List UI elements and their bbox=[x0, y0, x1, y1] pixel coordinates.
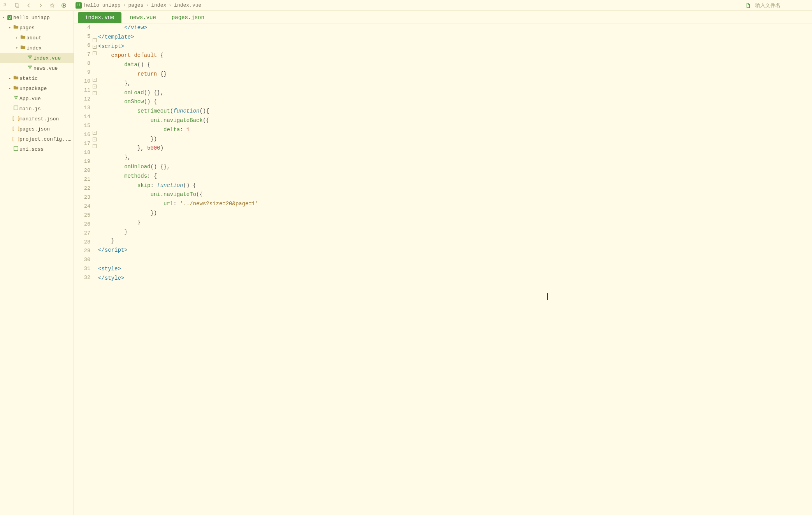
chevron-icon[interactable]: ▾ bbox=[14, 46, 19, 50]
tree-label: unpackage bbox=[19, 86, 47, 92]
tree-label: pages.json bbox=[19, 126, 50, 132]
fold-toggle bbox=[93, 103, 98, 109]
breadcrumb-item[interactable]: hello uniapp bbox=[84, 2, 121, 8]
tree-label: hello uniapp bbox=[13, 15, 50, 21]
tree-label: manifest.json bbox=[19, 116, 59, 122]
fold-toggle bbox=[93, 109, 98, 116]
chevron-right-icon: › bbox=[146, 2, 149, 8]
tree-label: App.vue bbox=[19, 96, 41, 102]
search-input[interactable] bbox=[755, 2, 810, 8]
tree-file[interactable]: uni.scss bbox=[0, 144, 74, 154]
fold-toggle bbox=[93, 202, 98, 209]
project-icon: U bbox=[76, 2, 82, 9]
nav-forward-icon[interactable] bbox=[37, 2, 44, 9]
fold-toggle[interactable]: − bbox=[93, 129, 98, 136]
toolbar: U hello uniapp › pages › index › index.v… bbox=[0, 0, 812, 11]
tree-folder[interactable]: ▸about bbox=[0, 33, 74, 43]
tree-folder[interactable]: ▸unpackage bbox=[0, 83, 74, 93]
chevron-icon[interactable]: ▸ bbox=[14, 35, 19, 40]
divider bbox=[741, 2, 741, 9]
editor-tab[interactable]: pages.json bbox=[165, 12, 211, 23]
chevron-icon[interactable]: ▾ bbox=[1, 15, 6, 20]
fold-toggle bbox=[93, 182, 98, 189]
tree-folder[interactable]: ▾index bbox=[0, 43, 74, 53]
editor-tab[interactable]: news.vue bbox=[123, 12, 163, 23]
breadcrumb: U hello uniapp › pages › index › index.v… bbox=[76, 2, 201, 9]
fold-toggle bbox=[93, 162, 98, 169]
chevron-right-icon: › bbox=[169, 2, 172, 8]
fold-toggle bbox=[93, 176, 98, 182]
fold-toggle bbox=[93, 116, 98, 123]
tree-file[interactable]: App.vue bbox=[0, 93, 74, 104]
new-file-action-icon[interactable] bbox=[745, 2, 751, 9]
file-type-icon: [ ] bbox=[12, 126, 19, 132]
file-type-icon bbox=[12, 24, 19, 31]
tree-label: news.vue bbox=[33, 65, 58, 71]
fold-toggle[interactable]: − bbox=[93, 83, 98, 90]
tree-label: about bbox=[26, 35, 42, 41]
fold-toggle bbox=[93, 169, 98, 176]
tree-label: pages bbox=[19, 25, 35, 31]
run-icon[interactable] bbox=[61, 2, 67, 9]
fold-toggle[interactable]: − bbox=[93, 50, 98, 56]
file-tree[interactable]: ▾Uhello uniapp▾pages▸about▾indexindex.vu… bbox=[0, 11, 74, 515]
tree-file[interactable]: news.vue bbox=[0, 63, 74, 73]
fold-toggle bbox=[93, 189, 98, 196]
tree-folder[interactable]: ▸static bbox=[0, 73, 74, 83]
chevron-icon[interactable]: ▸ bbox=[7, 76, 12, 81]
tree-label: project.config.... bbox=[19, 136, 74, 142]
editor-tab[interactable]: index.vue bbox=[78, 12, 121, 23]
fold-toggle bbox=[93, 23, 98, 30]
file-type-icon bbox=[12, 95, 19, 102]
chevron-icon[interactable]: ▾ bbox=[7, 25, 12, 30]
new-file-icon[interactable] bbox=[14, 2, 20, 9]
tree-label: uni.scss bbox=[19, 146, 44, 152]
file-type-icon bbox=[12, 146, 19, 153]
file-type-icon bbox=[12, 105, 19, 112]
fold-column[interactable]: −−−−−−−−− bbox=[93, 23, 98, 515]
code-editor[interactable]: 4567891011121314151617181920212223242526… bbox=[74, 23, 812, 515]
chevron-right-icon: › bbox=[123, 2, 126, 8]
svg-rect-3 bbox=[14, 146, 18, 151]
text-cursor bbox=[547, 293, 548, 300]
fold-toggle bbox=[93, 96, 98, 103]
file-type-icon bbox=[12, 85, 19, 92]
breadcrumb-item[interactable]: index.vue bbox=[174, 2, 201, 8]
tree-label: index.vue bbox=[33, 55, 61, 61]
fold-toggle[interactable]: − bbox=[93, 76, 98, 83]
tree-folder[interactable]: ▾pages bbox=[0, 23, 74, 33]
tree-file[interactable]: [ ]pages.json bbox=[0, 124, 74, 134]
nav-back-icon[interactable] bbox=[26, 2, 32, 9]
breadcrumb-item[interactable]: pages bbox=[128, 2, 143, 8]
fold-toggle bbox=[93, 30, 98, 37]
fold-toggle[interactable]: − bbox=[93, 37, 98, 43]
tree-label: main.js bbox=[19, 106, 41, 112]
tree-label: static bbox=[19, 76, 38, 81]
fold-toggle[interactable]: − bbox=[93, 143, 98, 149]
breadcrumb-item[interactable]: index bbox=[151, 2, 166, 8]
fold-toggle[interactable]: − bbox=[93, 90, 98, 96]
fold-toggle bbox=[93, 70, 98, 76]
fold-toggle[interactable]: − bbox=[93, 136, 98, 143]
file-type-icon bbox=[26, 65, 33, 72]
tree-file[interactable]: [ ]project.config.... bbox=[0, 134, 74, 144]
fold-toggle bbox=[93, 123, 98, 129]
star-icon[interactable] bbox=[49, 2, 55, 9]
file-type-icon bbox=[26, 55, 33, 62]
file-type-icon: [ ] bbox=[12, 136, 19, 142]
fold-toggle bbox=[93, 156, 98, 162]
file-type-icon: [ ] bbox=[12, 116, 19, 122]
file-type-icon bbox=[12, 75, 19, 82]
tree-file[interactable]: index.vue bbox=[0, 53, 74, 63]
fold-toggle[interactable]: − bbox=[93, 43, 98, 50]
code-content[interactable]: </view></template><script> export defaul… bbox=[98, 23, 812, 515]
tree-file[interactable]: [ ]manifest.json bbox=[0, 114, 74, 124]
pin-icon[interactable] bbox=[2, 2, 9, 9]
fold-toggle bbox=[93, 209, 98, 215]
file-type-icon bbox=[19, 44, 26, 51]
tree-folder[interactable]: ▾Uhello uniapp bbox=[0, 12, 74, 23]
editor-tabs: index.vuenews.vuepages.json bbox=[74, 11, 812, 23]
svg-rect-2 bbox=[14, 106, 18, 110]
tree-file[interactable]: main.js bbox=[0, 104, 74, 114]
chevron-icon[interactable]: ▸ bbox=[7, 86, 12, 91]
